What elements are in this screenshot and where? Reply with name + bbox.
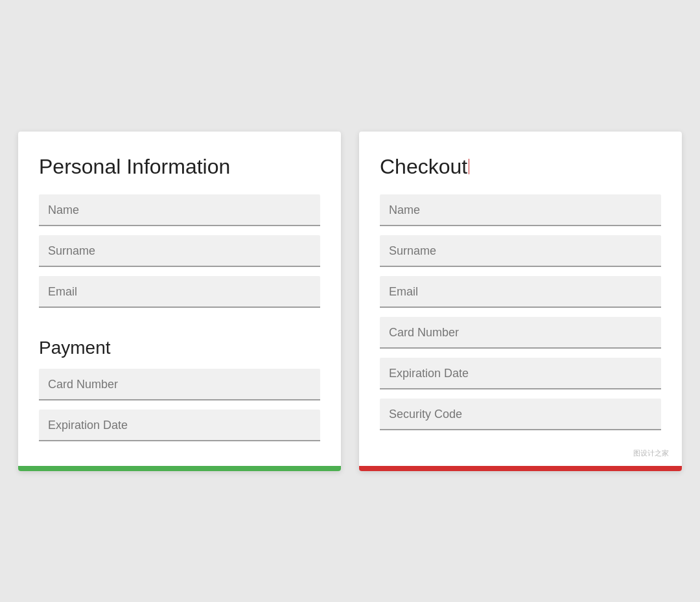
cursor-indicator xyxy=(469,159,469,174)
personal-information-title: Personal Information xyxy=(39,155,320,179)
card-bottom-bar-red xyxy=(359,466,682,471)
checkout-security-code-input[interactable] xyxy=(380,399,661,430)
personal-information-card: Personal Information Payment xyxy=(18,132,341,471)
card-number-input[interactable] xyxy=(39,369,320,400)
name-input[interactable] xyxy=(39,194,320,226)
checkout-email-input[interactable] xyxy=(380,276,661,308)
watermark-text: 图设计之家 xyxy=(633,448,669,458)
expiration-date-input[interactable] xyxy=(39,410,320,441)
checkout-title-row: Checkout xyxy=(380,155,661,179)
surname-input[interactable] xyxy=(39,235,320,267)
checkout-expiration-input[interactable] xyxy=(380,358,661,389)
card-bottom-bar-green xyxy=(18,466,341,471)
page-container: Personal Information Payment Checkout 图设… xyxy=(0,106,700,497)
checkout-name-input[interactable] xyxy=(380,194,661,226)
checkout-card: Checkout 图设计之家 xyxy=(359,132,682,471)
checkout-card-number-input[interactable] xyxy=(380,317,661,349)
checkout-title: Checkout xyxy=(380,155,467,179)
checkout-surname-input[interactable] xyxy=(380,235,661,267)
email-input[interactable] xyxy=(39,276,320,308)
payment-section-title: Payment xyxy=(39,338,320,358)
